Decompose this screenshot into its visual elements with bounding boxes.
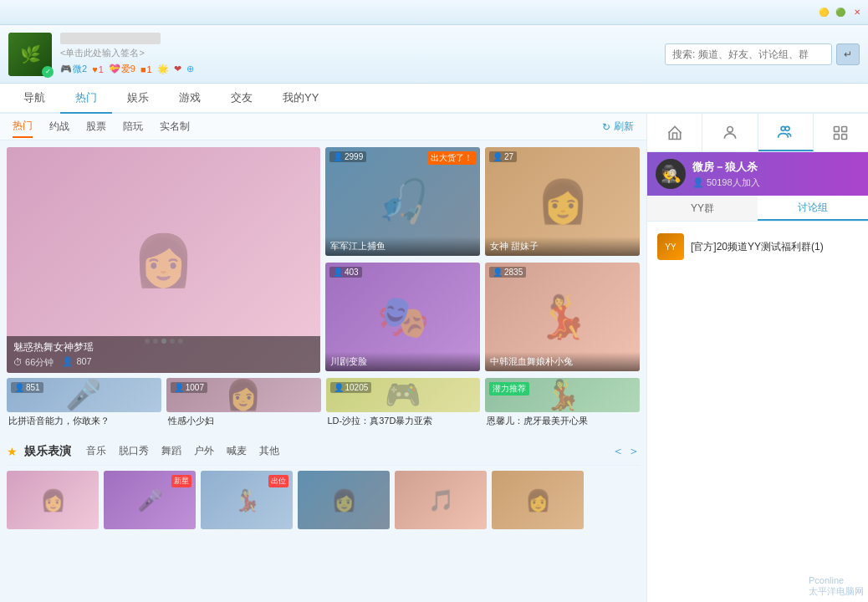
video-card-7[interactable]: 🎮 👤 10205	[326, 378, 481, 412]
subnav-real[interactable]: 实名制	[160, 116, 190, 137]
new-badge: 新星	[171, 475, 191, 487]
bottom-thumb-4[interactable]: 👩	[298, 471, 390, 529]
minimize-icon[interactable]: 🟡	[817, 6, 830, 19]
nav-myYY[interactable]: 我的YY	[268, 84, 334, 112]
badge-wei: 🎮微2	[60, 63, 87, 75]
featured-title: 魅惑热舞女神梦瑶	[13, 340, 314, 355]
tab-shout[interactable]: 喊麦	[227, 442, 247, 460]
video-count-1: 👤 2999	[329, 151, 366, 162]
sidebar-tabs: YY群 讨论组	[647, 196, 868, 222]
tab-talk[interactable]: 脱口秀	[119, 442, 149, 460]
tab-music[interactable]: 音乐	[86, 442, 106, 460]
right-column-1: 🎣 👤 2999 出大货了！ 军军江上捕鱼 👩 👤 27 女神 甜妹子	[325, 147, 640, 373]
nav-social[interactable]: 交友	[216, 84, 268, 112]
bottom-thumb-6[interactable]: 👩	[492, 471, 584, 529]
nav-games[interactable]: 游戏	[164, 84, 216, 112]
verified-badge: ✓	[42, 66, 54, 78]
tab-outdoor[interactable]: 户外	[194, 442, 214, 460]
section-star: ★	[7, 445, 18, 458]
video-card-8[interactable]: 💃 👤 2967 潜力推荐	[485, 378, 640, 412]
close-icon[interactable]: ✕	[850, 6, 864, 19]
video-col-6: 👩 👤 1007 性感小少妇	[166, 378, 321, 427]
video-count-3: 👤 403	[329, 267, 362, 278]
tab-other[interactable]: 其他	[259, 442, 279, 460]
featured-video[interactable]: 👩 魅惑热舞女神梦瑶 ⏱ 66分钟 👤 807	[7, 147, 320, 373]
video-overlay-2: 女神 甜妹子	[485, 237, 640, 256]
room-avatar: 🕵	[656, 159, 686, 189]
badge-square-count: 1	[147, 64, 152, 74]
sidebar-grid-icon[interactable]	[814, 114, 868, 151]
video-row-2: 🎤 👤 851 比拼语音能力，你敢来？ 👩 👤 1007 性感小少妇 🎮	[7, 378, 640, 427]
tab-yy-group[interactable]: YY群	[647, 196, 758, 221]
badge-heart-count: 1	[99, 64, 104, 74]
badge-heart: ♥1	[92, 63, 104, 75]
search-button[interactable]: ↵	[836, 43, 860, 65]
video-card-2[interactable]: 👩 👤 27 女神 甜妹子	[485, 147, 640, 256]
group-item[interactable]: YY [官方]20频道YY测试福利群(1)	[654, 228, 861, 265]
bthumb-5: 🎵	[395, 471, 487, 529]
search-area: ↵	[665, 43, 860, 65]
signature[interactable]: <单击此处输入签名>	[60, 47, 656, 59]
nav-daohang[interactable]: 导航	[8, 84, 60, 112]
next-button[interactable]: ＞	[628, 444, 640, 459]
username	[60, 33, 161, 44]
section-tabs: 音乐 脱口秀 舞蹈 户外 喊麦 其他	[86, 442, 279, 460]
bottom-thumb-3[interactable]: 💃 出位	[201, 471, 293, 529]
search-input[interactable]	[665, 43, 832, 65]
video-card-5[interactable]: 🎤 👤 851	[7, 378, 161, 412]
subnav-stock[interactable]: 股票	[86, 116, 106, 137]
refresh-icon: ↻	[602, 121, 610, 133]
video-row-1: 👩 魅惑热舞女神梦瑶 ⏱ 66分钟 👤 807	[7, 147, 640, 373]
svg-rect-4	[842, 126, 847, 131]
subnav-yue[interactable]: 约战	[49, 116, 69, 137]
sub-nav: 热门 约战 股票 陪玩 实名制 ↻ 刷新	[0, 114, 646, 140]
bottom-thumb-2[interactable]: 🎤 新星	[104, 471, 196, 529]
tab-dance[interactable]: 舞蹈	[161, 442, 181, 460]
video-card-3[interactable]: 🎭 👤 403 川剧变脸	[325, 263, 480, 371]
grid-svg	[832, 125, 849, 141]
video-rec-8: 潜力推荐	[489, 382, 529, 395]
svg-rect-5	[835, 134, 840, 139]
badge-wei-count: 微2	[73, 63, 87, 75]
video-grid: 👩 魅惑热舞女神梦瑶 ⏱ 66分钟 👤 807	[0, 140, 646, 434]
person-svg	[722, 125, 738, 141]
maximize-icon[interactable]: 🟢	[834, 6, 847, 19]
video-card-4[interactable]: 💃 👤 2835 中韩混血舞娘朴小兔	[485, 263, 640, 371]
bottom-thumb-1[interactable]: 👩	[7, 471, 99, 529]
group-name: [官方]20频道YY测试福利群(1)	[691, 240, 824, 254]
room-name: 微房－狼人杀	[692, 160, 860, 175]
video-title-1: 军军江上捕鱼	[330, 240, 475, 253]
nav-entertainment[interactable]: 娱乐	[112, 84, 164, 112]
home-svg	[666, 125, 683, 141]
subnav-pei[interactable]: 陪玩	[123, 116, 143, 137]
badge-extra3: ⊕	[186, 63, 194, 75]
section-header: ★ 娱乐表演 音乐 脱口秀 舞蹈 户外 喊麦 其他 ＜ ＞	[7, 437, 640, 466]
bottom-thumb-5[interactable]: 🎵	[395, 471, 487, 529]
video-title-3: 川剧变脸	[330, 355, 475, 368]
video-card-6[interactable]: 👩 👤 1007	[166, 378, 321, 412]
user-icon: 👤	[692, 177, 704, 188]
section-title: 娱乐表演	[24, 444, 71, 459]
video-overlay-3: 川剧变脸	[325, 352, 480, 371]
video-tag-1: 出大货了！	[427, 151, 476, 165]
room-banner[interactable]: 🕵 微房－狼人杀 👤 50198人加入	[647, 152, 868, 196]
nav-hotspot[interactable]: 热门	[60, 84, 112, 112]
top-right-videos: 🎣 👤 2999 出大货了！ 军军江上捕鱼 👩 👤 27 女神 甜妹子	[325, 147, 640, 258]
sidebar-person-icon[interactable]	[702, 114, 758, 151]
video-title-5: 比拼语音能力，你敢来？	[7, 415, 161, 427]
subnav-hot[interactable]: 热门	[13, 115, 33, 138]
refresh-button[interactable]: ↻ 刷新	[602, 120, 634, 134]
header: 🌿 ✓ <单击此处输入签名> 🎮微2 ♥1 💝爱9 ■1 🌟 ❤ ⊕ ↵	[0, 25, 868, 84]
sidebar-home-icon[interactable]	[647, 114, 702, 151]
featured-duration: ⏱ 66分钟	[13, 356, 54, 369]
svg-rect-3	[835, 126, 840, 131]
video-title-4: 中韩混血舞娘朴小兔	[490, 355, 635, 368]
video-card-1[interactable]: 🎣 👤 2999 出大货了！ 军军江上捕鱼	[325, 147, 480, 256]
svg-rect-6	[842, 134, 847, 139]
sidebar-friends-icon[interactable]	[758, 114, 814, 151]
tab-discussion[interactable]: 讨论组	[758, 196, 868, 221]
main-layout: 热门 约战 股票 陪玩 实名制 ↻ 刷新 👩	[0, 114, 868, 602]
video-title-8: 恩馨儿：虎牙最美开心果	[485, 415, 640, 427]
featured-meta: ⏱ 66分钟 👤 807	[13, 356, 314, 369]
prev-button[interactable]: ＜	[612, 444, 624, 459]
